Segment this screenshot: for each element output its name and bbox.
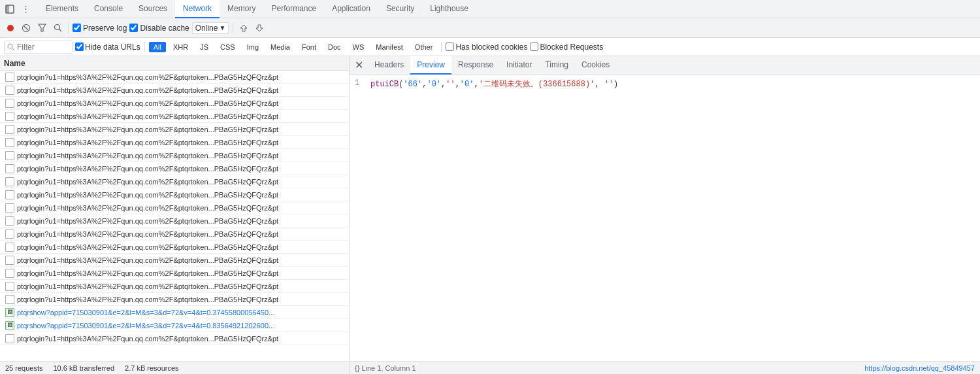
request-type-icon: 🖼 <box>5 321 14 330</box>
tab-headers[interactable]: Headers <box>368 56 410 75</box>
tab-lighthouse[interactable]: Lighthouse <box>422 0 476 18</box>
filter-input[interactable] <box>17 42 69 52</box>
request-item[interactable]: ptqrlogin?u1=https%3A%2F%2Fqun.qq.com%2F… <box>0 149 349 162</box>
tab-preview[interactable]: Preview <box>410 56 451 75</box>
tab-application[interactable]: Application <box>324 0 378 18</box>
request-item[interactable]: ptqrlogin?u1=https%3A%2F%2Fqun.qq.com%2F… <box>0 267 349 280</box>
request-item[interactable]: ptqrlogin?u1=https%3A%2F%2Fqun.qq.com%2F… <box>0 162 349 175</box>
filter-type-media[interactable]: Media <box>266 42 295 52</box>
request-name: ptqrlogin?u1=https%3A%2F%2Fqun.qq.com%2F… <box>17 178 346 186</box>
request-item[interactable]: ptqrlogin?u1=https%3A%2F%2Fqun.qq.com%2F… <box>0 254 349 267</box>
filter-type-all[interactable]: All <box>149 42 166 52</box>
filter-type-doc[interactable]: Doc <box>323 42 346 52</box>
filter-type-ws[interactable]: WS <box>348 42 369 52</box>
disable-cache-checkbox[interactable] <box>129 24 138 32</box>
network-throttle-select[interactable]: Online ▼ <box>192 22 229 34</box>
right-bottom-bar: {} Line 1, Column 1 https://blog.csdn.ne… <box>350 361 980 374</box>
blocked-requests-checkbox[interactable] <box>530 42 538 51</box>
code-arg-1: '66' <box>403 80 422 89</box>
request-name: ptqrlogin?u1=https%3A%2F%2Fqun.qq.com%2F… <box>17 126 346 133</box>
request-item[interactable]: ptqrlogin?u1=https%3A%2F%2Fqun.qq.com%2F… <box>0 241 349 254</box>
has-blocked-cookies-label[interactable]: Has blocked cookies <box>446 42 527 52</box>
transferred-size: 10.6 kB transferred <box>53 364 114 372</box>
main-area: Name ptqrlogin?u1=https%3A%2F%2Fqun.qq.c… <box>0 56 980 374</box>
request-name: ptqrlogin?u1=https%3A%2F%2Fqun.qq.com%2F… <box>17 296 346 303</box>
toolbar-separator-2 <box>233 22 233 34</box>
request-name: ptqrlogin?u1=https%3A%2F%2Fqun.qq.com%2F… <box>17 73 346 81</box>
request-item[interactable]: ptqrlogin?u1=https%3A%2F%2Fqun.qq.com%2F… <box>0 201 349 214</box>
hide-data-urls-checkbox[interactable] <box>75 42 84 51</box>
request-item[interactable]: ptqrlogin?u1=https%3A%2F%2Fqun.qq.com%2F… <box>0 214 349 228</box>
filter-type-other[interactable]: Other <box>410 42 438 52</box>
request-item[interactable]: ptqrlogin?u1=https%3A%2F%2Fqun.qq.com%2F… <box>0 97 349 110</box>
name-column-header: Name <box>0 56 349 71</box>
preview-line-1: 1 ptuiCB('66','0','','0','二维码未失效。(336615… <box>355 78 975 90</box>
blocked-requests-label[interactable]: Blocked Requests <box>530 42 603 52</box>
network-toolbar: Preserve log Disable cache Online ▼ <box>0 18 980 38</box>
close-panel-button[interactable]: ✕ <box>352 59 365 72</box>
export-button[interactable] <box>253 22 266 35</box>
request-item[interactable]: ptqrlogin?u1=https%3A%2F%2Fqun.qq.com%2F… <box>0 123 349 136</box>
dock-icon[interactable] <box>3 2 17 16</box>
resources-size: 2.7 kB resources <box>125 364 179 372</box>
request-item[interactable]: ptqrlogin?u1=https%3A%2F%2Fqun.qq.com%2F… <box>0 228 349 241</box>
request-item[interactable]: ptqrlogin?u1=https%3A%2F%2Fqun.qq.com%2F… <box>0 293 349 306</box>
tab-cookies[interactable]: Cookies <box>575 56 616 75</box>
request-type-icon <box>5 256 14 265</box>
request-item[interactable]: ptqrlogin?u1=https%3A%2F%2Fqun.qq.com%2F… <box>0 280 349 293</box>
request-name: ptqrshow?appid=715030901&e=2&l=M&s=3&d=7… <box>17 322 346 330</box>
clear-button[interactable] <box>20 22 33 35</box>
request-item[interactable]: ptqrlogin?u1=https%3A%2F%2Fqun.qq.com%2F… <box>0 332 349 345</box>
request-item[interactable]: ptqrlogin?u1=https%3A%2F%2Fqun.qq.com%2F… <box>0 175 349 188</box>
import-button[interactable] <box>237 22 250 35</box>
tab-memory[interactable]: Memory <box>220 0 263 18</box>
svg-rect-1 <box>6 5 9 13</box>
request-item[interactable]: ptqrlogin?u1=https%3A%2F%2Fqun.qq.com%2F… <box>0 71 349 84</box>
svg-point-2 <box>7 25 14 31</box>
request-name: ptqrlogin?u1=https%3A%2F%2Fqun.qq.com%2F… <box>17 99 346 107</box>
filter-type-manifest[interactable]: Manifest <box>371 42 408 52</box>
request-type-icon: 🖼 <box>5 308 14 317</box>
filter-type-xhr[interactable]: XHR <box>169 42 193 52</box>
request-item[interactable]: ptqrlogin?u1=https%3A%2F%2Fqun.qq.com%2F… <box>0 136 349 149</box>
request-type-icon <box>5 269 14 278</box>
tab-timing[interactable]: Timing <box>538 56 575 75</box>
has-blocked-cookies-checkbox[interactable] <box>446 42 454 51</box>
filter-type-js[interactable]: JS <box>195 42 213 52</box>
devtools-icons: ⋮ <box>3 2 38 16</box>
preserve-log-checkbox[interactable] <box>73 24 81 32</box>
line-col-indicator: {} Line 1, Column 1 <box>355 364 416 372</box>
tab-sources[interactable]: Sources <box>131 0 175 18</box>
right-pane: ✕ Headers Preview Response Initiator Tim… <box>350 56 980 374</box>
filter-icon-btn[interactable] <box>35 22 48 35</box>
tab-response[interactable]: Response <box>451 56 500 75</box>
code-arg-2: '0' <box>427 80 441 89</box>
tab-performance[interactable]: Performance <box>263 0 324 18</box>
request-item[interactable]: ptqrlogin?u1=https%3A%2F%2Fqun.qq.com%2F… <box>0 84 349 97</box>
request-name: ptqrlogin?u1=https%3A%2F%2Fqun.qq.com%2F… <box>17 86 346 94</box>
svg-line-7 <box>59 29 61 32</box>
request-type-icon <box>5 164 14 173</box>
filter-type-css[interactable]: CSS <box>216 42 240 52</box>
tab-initiator[interactable]: Initiator <box>500 56 538 75</box>
tab-console[interactable]: Console <box>86 0 131 18</box>
request-item[interactable]: 🖼ptqrshow?appid=715030901&e=2&l=M&s=3&d=… <box>0 306 349 319</box>
search-icon-btn[interactable] <box>51 22 64 35</box>
toolbar-separator-1 <box>68 22 69 34</box>
filter-type-font[interactable]: Font <box>297 42 321 52</box>
request-item[interactable]: 🖼ptqrshow?appid=715030901&e=2&l=M&s=3&d=… <box>0 319 349 332</box>
tab-network[interactable]: Network <box>175 0 220 18</box>
request-type-icon <box>5 125 14 134</box>
request-item[interactable]: ptqrlogin?u1=https%3A%2F%2Fqun.qq.com%2F… <box>0 188 349 201</box>
tab-security[interactable]: Security <box>378 0 422 18</box>
filter-type-img[interactable]: Img <box>242 42 263 52</box>
hide-data-urls-label[interactable]: Hide data URLs <box>75 42 140 52</box>
request-type-icon <box>5 243 14 252</box>
tab-elements[interactable]: Elements <box>38 0 86 18</box>
left-pane: Name ptqrlogin?u1=https%3A%2F%2Fqun.qq.c… <box>0 56 350 374</box>
settings-icon[interactable]: ⋮ <box>18 2 33 16</box>
request-item[interactable]: ptqrlogin?u1=https%3A%2F%2Fqun.qq.com%2F… <box>0 110 349 123</box>
preserve-log-label[interactable]: Preserve log <box>73 24 127 33</box>
disable-cache-label[interactable]: Disable cache <box>129 24 189 33</box>
record-button[interactable] <box>4 22 17 35</box>
